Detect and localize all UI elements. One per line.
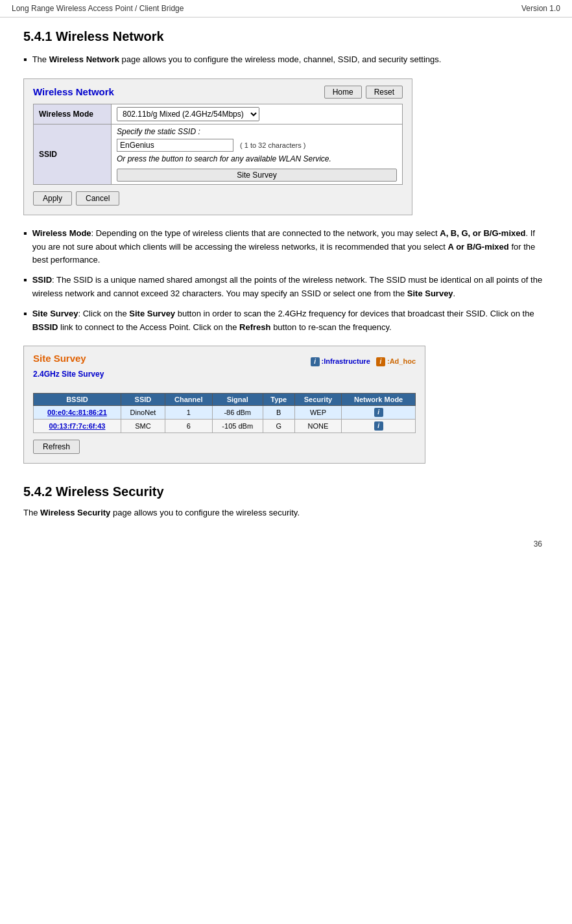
ssid-specify-label: Specify the static SSID :	[117, 127, 397, 136]
security-cell: WEP	[294, 406, 342, 420]
col-ssid: SSID	[121, 394, 165, 406]
survey-footer: Refresh	[33, 440, 416, 454]
ssid-row: SSID Specify the static SSID : ( 1 to 32…	[34, 124, 403, 184]
survey-row-1: 00:13:f7:7c:6f:43 SMC 6 -105 dBm G NONE …	[34, 420, 416, 433]
wireless-mode-select[interactable]: 802.11b/g Mixed (2.4GHz/54Mbps)	[117, 107, 259, 121]
panel-title: Wireless Network	[33, 86, 114, 97]
ssid-cell: SMC	[121, 420, 165, 433]
apply-button[interactable]: Apply	[33, 191, 72, 206]
page-header: Long Range Wireless Access Point / Clien…	[0, 0, 572, 18]
survey-row-0: 00:e0:4c:81:86:21 DinoNet 1 -86 dBm B WE…	[34, 406, 416, 420]
section-542-para: The Wireless Security page allows you to…	[23, 506, 549, 519]
bullet-1-text: The Wireless Network page allows you to …	[32, 53, 442, 67]
bullet-3-icon: ▪	[23, 274, 27, 286]
bssid-bold: BSSID	[32, 322, 58, 332]
ssid-term: SSID	[32, 275, 52, 285]
panel-header: Wireless Network Home Reset	[33, 86, 403, 99]
adhoc-icon: i	[376, 357, 385, 366]
cancel-button[interactable]: Cancel	[76, 191, 119, 206]
ssid-input-row: ( 1 to 32 characters )	[117, 139, 397, 152]
site-survey-bold1: Site Survey	[129, 309, 175, 318]
bullet-3-text: SSID: The SSID is a unique named shared …	[32, 274, 549, 301]
bssid-cell[interactable]: 00:13:f7:7c:6f:43	[34, 420, 121, 433]
survey-table: BSSID SSID Channel Signal Type Security …	[33, 393, 416, 433]
channel-cell: 1	[165, 406, 212, 420]
refresh-button[interactable]: Refresh	[33, 440, 80, 454]
wireless-mode-row: Wireless Mode 802.11b/g Mixed (2.4GHz/54…	[34, 104, 403, 124]
bullet-2-text: Wireless Mode: Depending on the type of …	[32, 227, 549, 267]
wireless-mode-label: Wireless Mode	[34, 104, 112, 124]
col-signal: Signal	[212, 394, 263, 406]
site-survey-panel: Site Survey 2.4GHz Site Survey i :Infras…	[23, 346, 425, 464]
wireless-settings-table: Wireless Mode 802.11b/g Mixed (2.4GHz/54…	[33, 104, 403, 185]
signal-cell: -105 dBm	[212, 420, 263, 433]
infra-label: :Infrastructure	[322, 357, 370, 365]
signal-cell: -86 dBm	[212, 406, 263, 420]
bullet-3: ▪ SSID: The SSID is a unique named share…	[23, 274, 549, 301]
col-bssid: BSSID	[34, 394, 121, 406]
site-survey-button[interactable]: Site Survey	[117, 169, 397, 182]
wireless-mode-options2: A or B/G-mixed	[448, 242, 509, 252]
page-number: 36	[23, 539, 549, 549]
wireless-mode-term: Wireless Mode	[32, 228, 91, 238]
section-541-title: 5.4.1 Wireless Network	[23, 29, 549, 44]
network-mode-cell: i	[342, 406, 416, 420]
type-cell: B	[263, 406, 294, 420]
type-cell: G	[263, 420, 294, 433]
bullet-4: ▪ Site Survey: Click on the Site Survey …	[23, 307, 549, 335]
section-542-title: 5.4.2 Wireless Security	[23, 484, 549, 499]
infra-icon: i	[311, 357, 320, 366]
panel-footer: Apply Cancel	[33, 191, 403, 206]
bullet-4-icon: ▪	[23, 308, 27, 320]
panel-header-buttons: Home Reset	[324, 86, 403, 99]
bullet-2: ▪ Wireless Mode: Depending on the type o…	[23, 227, 549, 267]
wireless-network-panel: Wireless Network Home Reset Wireless Mod…	[23, 78, 412, 215]
col-channel: Channel	[165, 394, 212, 406]
col-network-mode: Network Mode	[342, 394, 416, 406]
network-mode-cell: i	[342, 420, 416, 433]
wireless-mode-value: 802.11b/g Mixed (2.4GHz/54Mbps)	[112, 104, 403, 124]
reset-button[interactable]: Reset	[366, 86, 403, 99]
survey-header-row: 2.4GHz Site Survey i :Infrastructure i :…	[33, 369, 416, 379]
col-security: Security	[294, 394, 342, 406]
refresh-bold: Refresh	[239, 322, 270, 332]
page-content: 5.4.1 Wireless Network ▪ The Wireless Ne…	[0, 18, 572, 572]
ssid-label: SSID	[34, 124, 112, 184]
bullet-2-icon: ▪	[23, 228, 27, 239]
char-note: ( 1 to 32 characters )	[240, 141, 306, 149]
header-right: Version 1.0	[521, 4, 560, 13]
adhoc-label: :Ad_hoc	[387, 357, 416, 365]
security-cell: NONE	[294, 420, 342, 433]
wireless-security-bold: Wireless Security	[40, 508, 110, 517]
bullet-1-icon: ▪	[23, 54, 27, 65]
ssid-input[interactable]	[117, 139, 233, 152]
site-survey-term: Site Survey	[407, 289, 453, 298]
ssid-cell: DinoNet	[121, 406, 165, 420]
channel-cell: 6	[165, 420, 212, 433]
bullet-1: ▪ The Wireless Network page allows you t…	[23, 53, 549, 67]
bullet-4-text: Site Survey: Click on the Site Survey bu…	[32, 307, 549, 335]
bssid-cell[interactable]: 00:e0:4c:81:86:21	[34, 406, 121, 420]
ssid-config: Specify the static SSID : ( 1 to 32 char…	[117, 127, 397, 182]
survey-table-header: BSSID SSID Channel Signal Type Security …	[34, 394, 416, 406]
survey-subtitle: 2.4GHz Site Survey	[33, 370, 104, 379]
site-survey-term2: Site Survey	[32, 309, 78, 318]
bullet-1-bold: Wireless Network	[49, 54, 119, 64]
ssid-value-cell: Specify the static SSID : ( 1 to 32 char…	[112, 124, 403, 184]
survey-legend: i :Infrastructure i :Ad_hoc	[311, 357, 416, 366]
col-type: Type	[263, 394, 294, 406]
header-left: Long Range Wireless Access Point / Clien…	[12, 4, 184, 13]
ssid-sub-text: Or press the button to search for any av…	[117, 154, 397, 163]
wireless-mode-options: A, B, G, or B/G-mixed	[440, 228, 525, 238]
home-button[interactable]: Home	[324, 86, 362, 99]
